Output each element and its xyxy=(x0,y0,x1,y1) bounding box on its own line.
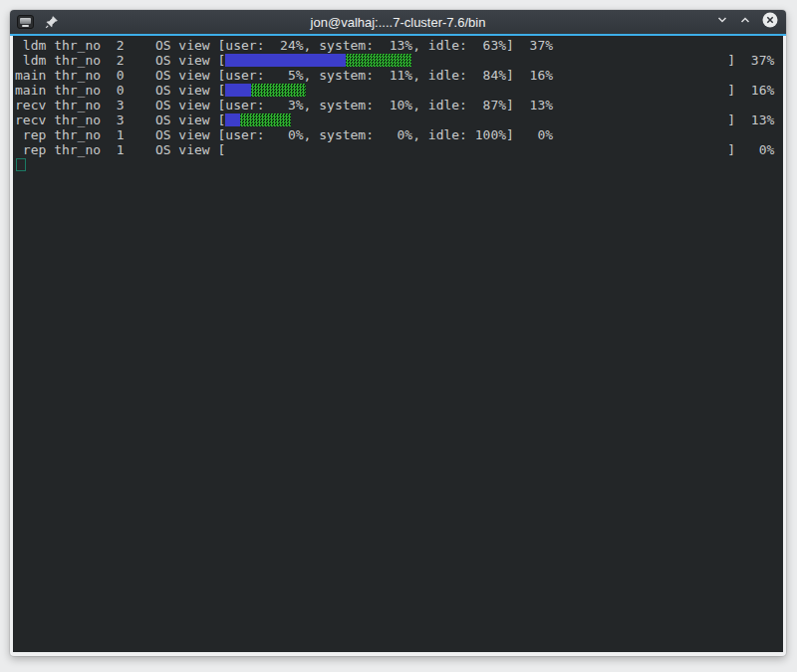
cpu-usage-bar xyxy=(225,143,727,156)
terminal-text-row: recv thr_no 3 OS view [user: 3%, system:… xyxy=(15,98,783,112)
cpu-bar-user-segment xyxy=(225,84,250,97)
pin-icon[interactable] xyxy=(45,15,59,29)
close-circle-icon xyxy=(761,11,779,33)
terminal-bar-row: rep thr_no 1 OS view [] 0% xyxy=(15,142,783,157)
terminal-window: jon@valhaj:....7-cluster-7.6/bin xyxy=(10,10,786,656)
bar-row-value: ] 16% xyxy=(727,83,774,98)
cpu-bar-system-segment xyxy=(240,113,290,126)
cpu-usage-bar xyxy=(225,113,727,126)
cpu-usage-bar xyxy=(225,54,727,67)
terminal-bar-row: recv thr_no 3 OS view [] 13% xyxy=(15,112,783,127)
window-title: jon@valhaj:....7-cluster-7.6/bin xyxy=(10,10,786,34)
bar-row-prefix: rep thr_no 1 OS view [ xyxy=(15,142,225,157)
terminal-screen[interactable]: ldm thr_no 2 OS view [user: 24%, system:… xyxy=(13,36,783,652)
terminal-text-row: rep thr_no 1 OS view [user: 0%, system: … xyxy=(15,127,783,142)
titlebar-right-group xyxy=(715,11,779,33)
terminal-text-row: ldm thr_no 2 OS view [user: 24%, system:… xyxy=(15,38,783,53)
cpu-bar-system-segment xyxy=(251,84,306,97)
cpu-bar-system-segment xyxy=(346,54,411,67)
terminal-bar-row: ldm thr_no 2 OS view [] 37% xyxy=(15,53,783,68)
bar-row-prefix: main thr_no 0 OS view [ xyxy=(15,83,225,98)
bar-row-value: ] 0% xyxy=(727,142,774,157)
chevron-up-icon xyxy=(738,13,752,31)
terminal-text-row: main thr_no 0 OS view [user: 5%, system:… xyxy=(15,68,783,83)
terminal-cursor xyxy=(16,158,26,171)
konsole-app-icon xyxy=(17,15,34,29)
terminal-cursor-row xyxy=(15,157,783,172)
titlebar-left-group xyxy=(17,15,59,29)
terminal-bar-row: main thr_no 0 OS view [] 16% xyxy=(15,83,783,98)
close-button[interactable] xyxy=(761,11,779,33)
bar-row-prefix: recv thr_no 3 OS view [ xyxy=(15,112,225,127)
minimize-button[interactable] xyxy=(715,13,729,31)
cpu-bar-user-segment xyxy=(225,113,240,126)
cpu-usage-bar xyxy=(225,84,727,97)
window-frame: ldm thr_no 2 OS view [user: 24%, system:… xyxy=(10,36,786,656)
chevron-down-icon xyxy=(715,13,729,31)
maximize-button[interactable] xyxy=(738,13,752,31)
bar-row-value: ] 37% xyxy=(727,53,774,68)
terminal-output: ldm thr_no 2 OS view [user: 24%, system:… xyxy=(15,38,783,157)
bar-row-prefix: ldm thr_no 2 OS view [ xyxy=(15,53,225,68)
cpu-bar-user-segment xyxy=(225,54,346,67)
window-titlebar[interactable]: jon@valhaj:....7-cluster-7.6/bin xyxy=(10,10,786,34)
bar-row-value: ] 13% xyxy=(727,112,774,127)
